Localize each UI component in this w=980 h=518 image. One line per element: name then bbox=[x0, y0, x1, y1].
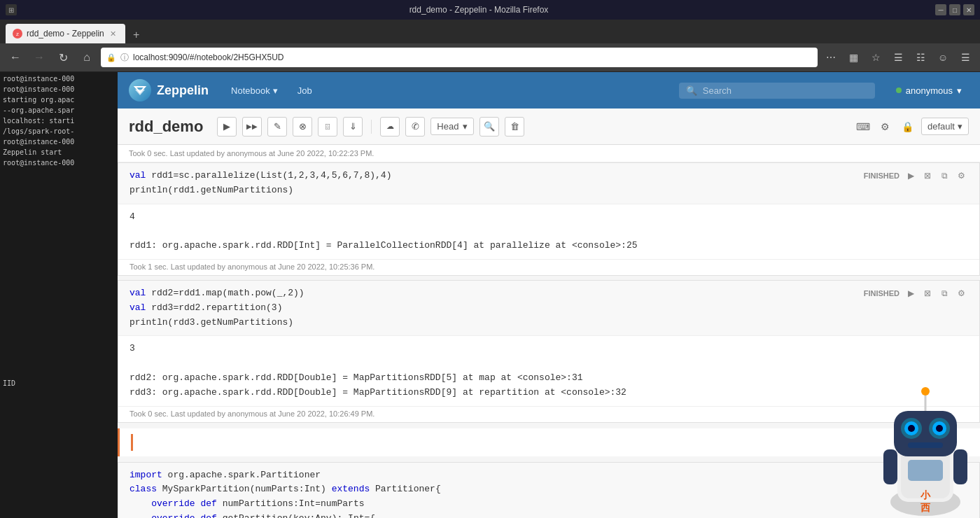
cell-2-out-3: rdd2: org.apache.spark.rdd.RDD[Double] =… bbox=[130, 371, 968, 386]
import-button[interactable]: ☁ bbox=[380, 117, 400, 136]
cell-2-stop-btn[interactable]: ⊠ bbox=[920, 286, 934, 300]
browser-tabs: z rdd_demo - Zeppelin ✕ + bbox=[0, 20, 980, 43]
nav-notebook[interactable]: Notebook ▾ bbox=[223, 81, 286, 100]
address-url[interactable]: localhost:9090/#/notebook/2H5GHX5UD bbox=[133, 52, 812, 62]
forward-button[interactable]: → bbox=[29, 48, 49, 67]
search-icon: 🔍 bbox=[686, 85, 697, 96]
zeppelin-app: Zeppelin Notebook ▾ Job 🔍 anonymous ▾ bbox=[118, 72, 980, 518]
cell-4: import org.apache.spark.Partitioner clas… bbox=[118, 462, 980, 518]
terminal-line-1: root@instance-000 bbox=[3, 74, 115, 84]
terminal-line-9: root@instance-000 bbox=[3, 158, 115, 168]
search-in-notebook-button[interactable]: 🔍 bbox=[479, 117, 499, 136]
head-dropdown-label: Head bbox=[437, 121, 458, 132]
clone-button[interactable]: ⌹ bbox=[318, 117, 337, 136]
header-nav: Notebook ▾ Job bbox=[223, 81, 321, 100]
shield-button[interactable]: ▦ bbox=[844, 48, 862, 66]
nav-notebook-chevron: ▾ bbox=[273, 85, 278, 96]
bookmark-button[interactable]: ☆ bbox=[867, 48, 885, 66]
cell-2-meta: Took 0 sec. Last updated by anonymous at… bbox=[118, 406, 979, 422]
cell-4-line-4: override def getPartition(key:Any): Int=… bbox=[130, 512, 968, 518]
cell-1-stop-btn[interactable]: ⊠ bbox=[920, 169, 934, 183]
browser-chrome: z rdd_demo - Zeppelin ✕ + ← → ↻ ⌂ 🔒 ⓘ lo… bbox=[0, 20, 980, 72]
home-button[interactable]: ⌂ bbox=[77, 48, 97, 67]
tab-close-button[interactable]: ✕ bbox=[108, 29, 118, 38]
settings-icon[interactable]: ⚙ bbox=[876, 118, 895, 136]
close-window-button[interactable]: ✕ bbox=[963, 4, 974, 15]
cell-1-status: FINISHED bbox=[864, 172, 899, 180]
terminal-sidebar: root@instance-000 root@instance-000 star… bbox=[0, 72, 118, 518]
cell-1-copy-btn[interactable]: ⧉ bbox=[937, 169, 951, 183]
head-dropdown[interactable]: Head ▾ bbox=[430, 118, 474, 135]
cell-4-line-3: override def numPartitions:Int=numParts bbox=[130, 497, 968, 512]
os-titlebar: ⊞ rdd_demo - Zeppelin - Mozilla Firefox … bbox=[0, 0, 980, 20]
cell-1-settings-btn[interactable]: ⚙ bbox=[954, 169, 968, 183]
nav-job[interactable]: Job bbox=[289, 81, 321, 100]
notebook-toolbar: rdd_demo ▶ ▶▶ ✎ ⊗ ⌹ ⇓ ☁ ✆ Head ▾ 🔍 🗑 ⌨ ⚙… bbox=[118, 108, 980, 145]
edit-button[interactable]: ✎ bbox=[267, 117, 287, 136]
cell-1-status-area: FINISHED ▶ ⊠ ⧉ ⚙ bbox=[864, 169, 968, 183]
reload-button[interactable]: ↻ bbox=[53, 48, 73, 67]
clear-output-button[interactable]: ⊗ bbox=[293, 117, 312, 136]
terminal-line-7: root@instance-000 bbox=[3, 136, 115, 147]
tab-favicon: z bbox=[13, 29, 22, 38]
cell-4-editor[interactable]: import org.apache.spark.Partitioner clas… bbox=[118, 463, 979, 518]
header-search[interactable]: 🔍 bbox=[679, 83, 875, 99]
cell-1-run-btn[interactable]: ▶ bbox=[904, 169, 918, 183]
cell-meta-first: Took 0 sec. Last updated by anonymous at… bbox=[118, 145, 980, 162]
cell-2-icons: ▶ ⊠ ⧉ ⚙ bbox=[904, 286, 968, 300]
cell-2-editor[interactable]: val rdd2=rdd1.map(math.pow(_,2)) val rdd… bbox=[118, 281, 979, 336]
zeppelin-brand: Zeppelin bbox=[157, 83, 209, 98]
browser-tab-active[interactable]: z rdd_demo - Zeppelin ✕ bbox=[6, 24, 125, 43]
os-window-controls[interactable]: ─ □ ✕ bbox=[935, 4, 974, 15]
cell-1-out-1: 4 bbox=[130, 210, 968, 225]
commit-button[interactable]: ✆ bbox=[405, 117, 425, 136]
zeppelin-logo[interactable]: Zeppelin bbox=[129, 79, 209, 102]
empty-cell-indicator bbox=[131, 434, 133, 451]
menu-button[interactable]: ☰ bbox=[956, 48, 974, 66]
cell-1-code[interactable]: val rdd1=sc.parallelize(List(1,2,3,4,5,6… bbox=[130, 169, 968, 198]
cell-4-line-2: class MySparkPartition(numParts:Int) ext… bbox=[130, 482, 968, 497]
cell-2-copy-btn[interactable]: ⧉ bbox=[937, 286, 951, 300]
cell-2-run-btn[interactable]: ▶ bbox=[904, 286, 918, 300]
run-all-below-button[interactable]: ▶▶ bbox=[242, 117, 262, 136]
synced-tabs[interactable]: ☷ bbox=[911, 48, 930, 66]
cell-1-output: 4 rdd1: org.apache.spark.rdd.RDD[Int] = … bbox=[118, 204, 979, 259]
head-dropdown-chevron: ▾ bbox=[463, 121, 468, 132]
cell-2: val rdd2=rdd1.map(math.pow(_,2)) val rdd… bbox=[118, 280, 980, 423]
cell-2-out-2 bbox=[130, 356, 968, 371]
cell-4-run-btn[interactable]: ▶ bbox=[954, 468, 968, 482]
new-tab-button[interactable]: + bbox=[128, 27, 145, 43]
address-bar[interactable]: 🔒 ⓘ localhost:9090/#/notebook/2H5GHX5UD bbox=[101, 48, 818, 67]
extensions-button[interactable]: ⋯ bbox=[822, 48, 840, 66]
interpreter-select[interactable]: default ▾ bbox=[921, 118, 969, 135]
cell-1-out-3: rdd1: org.apache.spark.rdd.RDD[Int] = Pa… bbox=[130, 239, 968, 253]
terminal-line-8: Zeppelin start bbox=[3, 147, 115, 158]
delete-notebook-button[interactable]: 🗑 bbox=[505, 117, 524, 136]
back-button[interactable]: ← bbox=[6, 48, 25, 67]
cell-2-code[interactable]: val rdd2=rdd1.map(math.pow(_,2)) val rdd… bbox=[130, 286, 968, 330]
maximize-button[interactable]: □ bbox=[949, 4, 960, 15]
tab-label: rdd_demo - Zeppelin bbox=[27, 29, 104, 38]
export-button[interactable]: ⇓ bbox=[343, 117, 363, 136]
keyboard-icon[interactable]: ⌨ bbox=[854, 118, 872, 136]
cell-1: val rdd1=sc.parallelize(List(1,2,3,4,5,6… bbox=[118, 162, 980, 276]
cell-2-line-1: val rdd2=rdd1.map(math.pow(_,2)) bbox=[130, 286, 968, 301]
user-menu[interactable]: anonymous ▾ bbox=[889, 81, 969, 100]
cell-2-settings-btn[interactable]: ⚙ bbox=[954, 286, 968, 300]
os-title: rdd_demo - Zeppelin - Mozilla Firefox bbox=[22, 5, 935, 15]
notebook-content[interactable]: Took 0 sec. Last updated by anonymous at… bbox=[118, 145, 980, 518]
account-button[interactable]: ☺ bbox=[934, 48, 952, 66]
cell-1-meta: Took 1 sec. Last updated by anonymous at… bbox=[118, 259, 979, 275]
lock-icon[interactable]: 🔒 bbox=[899, 118, 917, 136]
os-icon: ⊞ bbox=[6, 4, 17, 15]
info-icon: ⓘ bbox=[120, 52, 129, 64]
bookmarks-library[interactable]: ☰ bbox=[889, 48, 907, 66]
cell-4-code[interactable]: import org.apache.spark.Partitioner clas… bbox=[130, 468, 968, 518]
search-input[interactable] bbox=[703, 85, 868, 96]
minimize-button[interactable]: ─ bbox=[935, 4, 946, 15]
run-all-button[interactable]: ▶ bbox=[217, 117, 237, 136]
cell-1-editor[interactable]: val rdd1=sc.parallelize(List(1,2,3,4,5,6… bbox=[118, 163, 979, 204]
cell-4-icons: ▶ bbox=[954, 468, 968, 482]
logo-icon bbox=[129, 79, 151, 102]
cell-2-line-2: val rdd3=rdd2.repartition(3) bbox=[130, 301, 968, 316]
